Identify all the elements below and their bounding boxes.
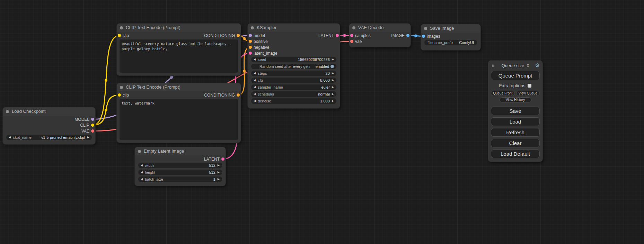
widget-label: width <box>145 163 154 168</box>
widget-label: sampler_name <box>258 85 283 89</box>
slot-row: latent_image <box>248 50 340 56</box>
node-save-image[interactable]: Save Image images filename_prefix ComfyU… <box>421 24 480 50</box>
increment-arrow-icon[interactable]: ▶ <box>218 164 220 167</box>
queue-front-button[interactable]: Queue Front <box>491 91 515 96</box>
node-ksampler[interactable]: KSampler model LATENT positive negative <box>248 24 340 108</box>
input-label: clip <box>123 33 129 38</box>
prompt-text-input[interactable]: beautiful scenery nature glass bottle la… <box>120 39 238 73</box>
input-port-model[interactable] <box>249 34 252 37</box>
increment-arrow-icon[interactable]: ▶ <box>332 79 334 82</box>
collapse-dot-icon[interactable] <box>251 26 254 29</box>
collapse-dot-icon[interactable] <box>120 26 123 29</box>
output-port-vae[interactable] <box>91 129 94 133</box>
load-default-button[interactable]: Load Default <box>491 150 540 158</box>
decrement-arrow-icon[interactable]: ◀ <box>254 100 256 102</box>
slot-row: CLIP <box>3 122 95 128</box>
input-port-latent-image[interactable] <box>249 52 252 55</box>
increment-arrow-icon[interactable]: ▶ <box>332 100 334 102</box>
decrement-arrow-icon[interactable]: ◀ <box>254 79 256 82</box>
toggle-indicator-icon[interactable] <box>330 65 334 68</box>
node-clip-text-encode-positive[interactable]: CLIP Text Encode (Prompt) clip CONDITION… <box>117 24 241 75</box>
widget-height[interactable]: ◀ height 512 ▶ <box>138 170 222 175</box>
collapse-dot-icon[interactable] <box>352 26 355 29</box>
widget-ckpt-name[interactable]: ◀ ckpt_name v1-5-pruned-emaonly.ckpt ▶ <box>6 135 92 140</box>
view-queue-button[interactable]: View Queue <box>516 91 540 96</box>
refresh-button[interactable]: Refresh <box>491 128 540 137</box>
output-port-latent[interactable] <box>336 34 339 37</box>
decrement-arrow-icon[interactable]: ◀ <box>254 86 256 89</box>
node-empty-latent-image[interactable]: Empty Latent Image LATENT ◀ width 512 ▶ … <box>135 147 226 186</box>
widget-steps[interactable]: ◀ steps 20 ▶ <box>251 71 336 76</box>
output-label: CONDITIONING <box>204 33 235 38</box>
widget-width[interactable]: ◀ width 512 ▶ <box>138 163 222 168</box>
decrement-arrow-icon[interactable]: ◀ <box>254 93 256 96</box>
output-port-latent[interactable] <box>221 157 224 161</box>
node-title-bar[interactable]: CLIP Text Encode (Prompt) <box>117 83 241 91</box>
output-port-conditioning[interactable] <box>237 34 240 37</box>
decrement-arrow-icon[interactable]: ◀ <box>254 72 256 75</box>
node-title-bar[interactable]: CLIP Text Encode (Prompt) <box>117 24 241 32</box>
increment-arrow-icon[interactable]: ▶ <box>332 93 334 96</box>
extra-options-checkbox[interactable] <box>528 84 531 88</box>
input-port-clip[interactable] <box>118 34 121 37</box>
widget-batch-size[interactable]: ◀ batch_size 1 ▶ <box>138 177 222 182</box>
clear-button[interactable]: Clear <box>491 139 540 147</box>
collapse-dot-icon[interactable] <box>424 27 427 30</box>
widget-scheduler[interactable]: ◀ scheduler normal ▶ <box>251 91 336 97</box>
node-clip-text-encode-negative[interactable]: CLIP Text Encode (Prompt) clip CONDITION… <box>117 83 241 143</box>
decrement-arrow-icon[interactable]: ◀ <box>141 164 143 167</box>
input-label: images <box>427 34 440 39</box>
widget-seed[interactable]: ◀ seed 156680208700286 ▶ <box>251 57 336 62</box>
view-history-button[interactable]: View History <box>500 97 531 102</box>
decrement-arrow-icon[interactable]: ◀ <box>9 136 11 139</box>
widget-label: denoise <box>258 99 271 103</box>
node-title: VAE Decode <box>358 25 383 30</box>
decrement-arrow-icon[interactable]: ◀ <box>254 58 256 61</box>
output-port-conditioning[interactable] <box>237 93 240 97</box>
increment-arrow-icon[interactable]: ▶ <box>332 58 334 61</box>
decrement-arrow-icon[interactable]: ◀ <box>141 178 143 181</box>
node-title: Save Image <box>430 26 454 31</box>
input-port-negative[interactable] <box>249 46 252 49</box>
widget-area: ◀ ckpt_name v1-5-pruned-emaonly.ckpt ▶ <box>3 134 95 142</box>
input-port-positive[interactable] <box>249 40 252 43</box>
node-title-bar[interactable]: Empty Latent Image <box>135 147 226 155</box>
increment-arrow-icon[interactable]: ▶ <box>218 178 220 181</box>
widget-denoise[interactable]: ◀ denoise 1.000 ▶ <box>251 98 336 104</box>
increment-arrow-icon[interactable]: ▶ <box>218 171 220 174</box>
input-port-samples[interactable] <box>350 34 353 37</box>
collapse-dot-icon[interactable] <box>120 86 123 89</box>
prompt-text-input[interactable]: text, watermark <box>120 99 238 140</box>
queue-prompt-button[interactable]: Queue Prompt <box>491 71 540 80</box>
widget-value: enabled <box>316 64 330 69</box>
decrement-arrow-icon[interactable]: ◀ <box>141 171 143 174</box>
load-button[interactable]: Load <box>491 117 540 126</box>
drag-handle-icon[interactable]: ⠿ <box>492 63 495 69</box>
node-title-bar[interactable]: Load Checkpoint <box>3 107 95 116</box>
output-port-clip[interactable] <box>91 124 94 127</box>
collapse-dot-icon[interactable] <box>6 110 9 113</box>
node-title-bar[interactable]: Save Image <box>421 24 480 33</box>
increment-arrow-icon[interactable]: ▶ <box>87 136 89 139</box>
output-port-model[interactable] <box>91 118 94 121</box>
widget-sampler-name[interactable]: ◀ sampler_name euler ▶ <box>251 84 336 90</box>
widget-random-seed[interactable]: Random seed after every gen enabled <box>251 64 336 69</box>
widget-cfg[interactable]: ◀ cfg 8.000 ▶ <box>251 78 336 83</box>
output-label: MODEL <box>74 117 89 122</box>
save-button[interactable]: Save <box>491 107 540 115</box>
node-graph-canvas[interactable]: Load Checkpoint MODEL CLIP VAE <box>0 0 644 244</box>
node-vae-decode[interactable]: VAE Decode samples IMAGE vae <box>349 24 411 47</box>
input-port-clip[interactable] <box>118 93 121 97</box>
increment-arrow-icon[interactable]: ▶ <box>332 72 334 75</box>
increment-arrow-icon[interactable]: ▶ <box>332 86 334 89</box>
input-port-vae[interactable] <box>350 40 353 43</box>
node-load-checkpoint[interactable]: Load Checkpoint MODEL CLIP VAE <box>3 107 95 144</box>
node-title-bar[interactable]: KSampler <box>248 24 340 32</box>
input-port-images[interactable] <box>422 35 425 38</box>
widget-filename-prefix[interactable]: filename_prefix ComfyUI <box>424 40 477 45</box>
slot-row: samples IMAGE <box>349 33 411 38</box>
output-port-image[interactable] <box>406 34 409 37</box>
collapse-dot-icon[interactable] <box>138 150 141 153</box>
node-title-bar[interactable]: VAE Decode <box>349 24 411 32</box>
settings-gear-icon[interactable]: ⚙ <box>535 62 540 69</box>
